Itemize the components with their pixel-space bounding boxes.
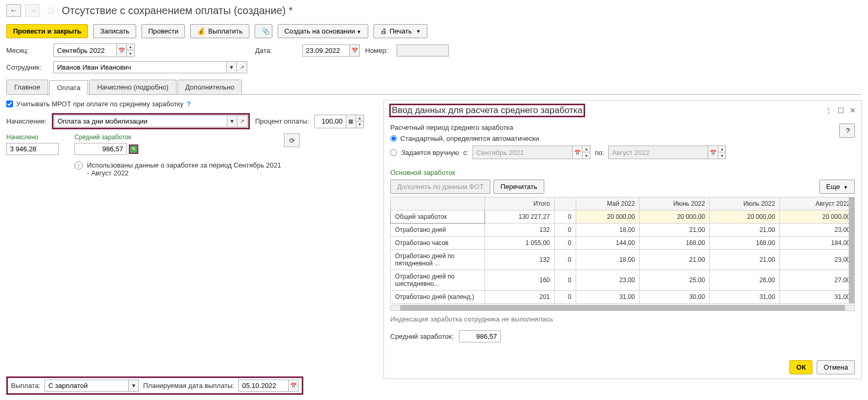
save-button[interactable]: Записать xyxy=(93,24,136,38)
chevron-down-icon: ▼ xyxy=(416,29,421,34)
dropdown-icon[interactable]: ▼ xyxy=(226,61,237,73)
spin-down[interactable]: ▼ xyxy=(127,50,134,57)
spin-up[interactable]: ▲ xyxy=(356,115,364,121)
ok-button[interactable]: ОК xyxy=(789,360,812,374)
earnings-table[interactable]: ИтогоМай 2022Июнь 2022Июль 2022Август 20… xyxy=(390,197,855,304)
more-button[interactable]: Еще ▼ xyxy=(819,180,855,194)
help-icon[interactable]: ? xyxy=(186,100,191,108)
table-row[interactable]: Отработано дней (календ.)201031,0030,003… xyxy=(391,291,855,304)
spin-up[interactable]: ▲ xyxy=(127,44,134,50)
attach-button[interactable]: 📎 xyxy=(255,24,272,38)
table-header[interactable]: Май 2022 xyxy=(576,197,640,210)
number-input xyxy=(397,45,449,57)
hscroll-thumb[interactable] xyxy=(400,305,845,310)
vscroll-thumb[interactable] xyxy=(849,197,854,303)
close-icon[interactable]: ✕ xyxy=(850,106,856,115)
calendar-icon[interactable]: 📅 xyxy=(349,45,360,57)
tab-main[interactable]: Главное xyxy=(6,80,48,94)
tab-additional[interactable]: Дополнительно xyxy=(178,80,243,94)
back-button[interactable]: ← xyxy=(6,4,21,17)
chevron-down-icon: ▼ xyxy=(357,29,361,35)
percent-input[interactable] xyxy=(314,115,346,128)
from-label: с: xyxy=(463,149,468,157)
table-header[interactable]: Июль 2022 xyxy=(709,197,779,210)
avg-label: Средний заработок xyxy=(74,134,138,141)
spin-down[interactable]: ▼ xyxy=(356,121,364,128)
calendar-icon: 📅 xyxy=(572,146,583,159)
info-text: Использованы данные о заработке за перио… xyxy=(87,161,284,177)
to-input xyxy=(608,146,708,159)
avg-earnings-label: Средний заработок: xyxy=(390,332,454,340)
mrot-checkbox[interactable] xyxy=(6,101,13,107)
calendar-icon[interactable]: 📅 xyxy=(116,43,127,57)
modal-title: Ввод данных для расчета среднего заработ… xyxy=(392,105,583,115)
dropdown-icon[interactable]: ▼ xyxy=(128,380,139,384)
payout-input[interactable] xyxy=(45,380,128,384)
cancel-button[interactable]: Отмена xyxy=(817,360,855,374)
table-header[interactable]: Июнь 2022 xyxy=(640,197,710,210)
planned-date-label: Планируемая дата выплаты: xyxy=(143,382,234,384)
calendar-icon: 📅 xyxy=(708,146,718,159)
fill-fot-button: Дополнить по данным ФОТ xyxy=(390,180,490,194)
mrot-label: Учитывать МРОТ при оплате по среднему за… xyxy=(16,100,183,108)
info-icon: i xyxy=(74,161,83,170)
reread-button[interactable]: Перечитать xyxy=(493,180,544,194)
print-button[interactable]: 🖨Печать▼ xyxy=(373,24,428,38)
hscroll[interactable] xyxy=(390,305,855,311)
table-header[interactable]: Август 2022 xyxy=(779,197,854,210)
calendar-icon[interactable]: 📅 xyxy=(288,380,299,384)
period-label: Расчетный период среднего заработка xyxy=(390,124,839,131)
date-input[interactable] xyxy=(302,45,349,57)
page-title: Отсутствие с сохранением оплаты (создани… xyxy=(62,5,293,17)
percent-label: Процент оплаты: xyxy=(255,117,309,125)
more-icon[interactable]: ⋮ xyxy=(825,106,832,115)
avg-value[interactable] xyxy=(74,143,127,155)
printer-icon: 🖨 xyxy=(380,27,387,35)
table-row[interactable]: Отработано дней132018,0021,0021,0023,00 xyxy=(391,224,855,237)
table-row[interactable]: Общий заработок130 227,27020 000,0020 00… xyxy=(391,210,855,224)
radio-auto[interactable] xyxy=(390,135,397,142)
radio-manual-label: Задается вручную xyxy=(401,149,459,157)
pay-button[interactable]: 💰Выплатить xyxy=(190,24,249,38)
calc-icon[interactable]: ▦ xyxy=(346,115,356,128)
table-header[interactable] xyxy=(554,197,576,210)
table-header[interactable]: Итого xyxy=(485,197,555,210)
edit-avg-button[interactable]: ✎ xyxy=(129,145,138,154)
table-row[interactable]: Отработано дней по шестидневно...160023,… xyxy=(391,270,855,291)
indexation-note: Индексация заработка сотрудника не выпол… xyxy=(390,315,855,323)
accrued-label: Начислено xyxy=(6,134,59,141)
planned-date-input[interactable] xyxy=(238,380,288,384)
radio-auto-label: Стандартный, определяется автоматически xyxy=(400,135,539,142)
conduct-button[interactable]: Провести xyxy=(141,24,185,38)
maximize-icon[interactable]: ☐ xyxy=(838,106,844,115)
create-based-button[interactable]: Создать на основании▼ xyxy=(278,24,368,38)
payout-label: Выплата: xyxy=(11,382,40,384)
chevron-down-icon: ▼ xyxy=(843,185,848,190)
forward-button[interactable]: → xyxy=(25,4,40,17)
avg-earnings-value[interactable] xyxy=(459,330,501,342)
tab-accrued[interactable]: Начислено (подробно) xyxy=(89,80,176,94)
table-row[interactable]: Отработано дней по пятидневной ...132018… xyxy=(391,250,855,270)
accrual-input[interactable] xyxy=(54,115,227,127)
refresh-button[interactable]: ⟳ xyxy=(284,134,300,147)
open-icon[interactable]: ↗ xyxy=(237,61,247,73)
money-icon: 💰 xyxy=(197,27,205,35)
accrual-label: Начисление: xyxy=(6,117,47,125)
to-label: по: xyxy=(595,149,604,157)
number-label: Номер: xyxy=(365,47,391,54)
employee-input[interactable] xyxy=(53,61,226,73)
main-earnings-label: Основной заработок xyxy=(390,169,855,176)
tab-payment[interactable]: Оплата xyxy=(49,80,89,95)
help-button[interactable]: ? xyxy=(839,124,855,138)
conduct-close-button[interactable]: Провести и закрыть xyxy=(6,24,88,38)
favorite-icon[interactable]: ☆ xyxy=(46,4,56,17)
table-row[interactable]: Отработано часов1 055,000144,00168,00168… xyxy=(391,237,855,250)
date-label: Дата: xyxy=(255,47,297,54)
accrued-value[interactable] xyxy=(6,143,59,155)
open-icon[interactable]: ↗ xyxy=(237,115,248,127)
table-header[interactable] xyxy=(391,197,485,210)
month-input[interactable] xyxy=(53,43,116,57)
dropdown-icon[interactable]: ▼ xyxy=(227,115,237,127)
radio-manual[interactable] xyxy=(390,149,397,156)
month-label: Месяц: xyxy=(6,47,48,54)
